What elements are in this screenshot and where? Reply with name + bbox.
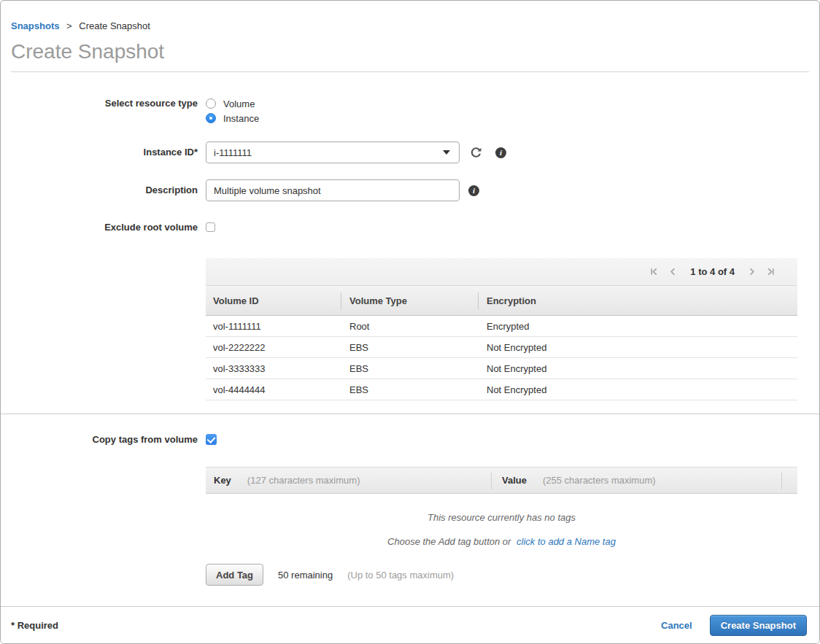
radio-volume-icon[interactable] bbox=[206, 98, 216, 109]
breadcrumb: Snapshots > Create Snapshot bbox=[1, 1, 819, 31]
volumes-table-header: Volume ID Volume Type Encryption bbox=[206, 286, 797, 316]
radio-option-volume[interactable]: Volume bbox=[206, 96, 259, 111]
exclude-root-row: Exclude root volume bbox=[1, 222, 819, 233]
dropdown-caret-icon bbox=[443, 150, 450, 155]
cell-encryption: Not Encrypted bbox=[478, 384, 797, 395]
no-tags-message: This resource currently has no tags bbox=[206, 512, 797, 523]
cell-volume-type: Root bbox=[341, 321, 478, 332]
page-title: Create Snapshot bbox=[11, 41, 809, 72]
exclude-root-checkbox[interactable] bbox=[206, 222, 215, 232]
resource-type-radio-group: Volume Instance bbox=[206, 96, 259, 125]
pagination-prev-icon[interactable] bbox=[668, 267, 678, 276]
tags-actions-column-header bbox=[781, 468, 797, 493]
copy-tags-row: Copy tags from volume bbox=[1, 434, 819, 445]
breadcrumb-current: Create Snapshot bbox=[79, 20, 150, 31]
column-header-volume-id: Volume ID bbox=[206, 286, 341, 315]
cell-volume-id: vol-2222222 bbox=[206, 342, 341, 353]
tags-remaining-count: 50 remaining bbox=[278, 570, 333, 581]
cell-volume-type: EBS bbox=[341, 384, 478, 395]
cell-volume-id: vol-1111111 bbox=[206, 321, 341, 332]
value-header-hint: (255 characters maximum) bbox=[543, 475, 656, 486]
resource-type-row: Select resource type Volume Instance bbox=[1, 96, 819, 125]
key-header-hint: (127 characters maximum) bbox=[247, 475, 360, 486]
tags-value-column-header: Value (255 characters maximum) bbox=[491, 468, 781, 493]
add-tag-hint: Choose the Add tag button or click to ad… bbox=[206, 536, 797, 547]
cell-encryption: Not Encrypted bbox=[478, 342, 797, 353]
section-divider bbox=[1, 414, 819, 414]
add-tag-row: Add Tag 50 remaining (Up to 50 tags maxi… bbox=[206, 564, 819, 586]
column-header-volume-type: Volume Type bbox=[341, 286, 478, 315]
exclude-root-label: Exclude root volume bbox=[11, 222, 198, 233]
tags-key-column-header: Key (127 characters maximum) bbox=[206, 468, 491, 493]
pagination-range-text: 1 to 4 of 4 bbox=[690, 266, 735, 277]
add-name-tag-link[interactable]: click to add a Name tag bbox=[517, 536, 616, 547]
radio-volume-label: Volume bbox=[223, 98, 255, 109]
pagination-first-icon[interactable] bbox=[649, 267, 659, 276]
cancel-button[interactable]: Cancel bbox=[661, 620, 692, 631]
instance-id-value: i-1111111 bbox=[214, 147, 252, 158]
description-info-icon[interactable]: i bbox=[468, 179, 479, 201]
footer-actions: Cancel Create Snapshot bbox=[661, 615, 807, 636]
breadcrumb-separator: > bbox=[66, 20, 72, 31]
cell-volume-id: vol-3333333 bbox=[206, 363, 341, 374]
instance-id-info-icon[interactable]: i bbox=[495, 141, 506, 163]
pagination-last-icon[interactable] bbox=[766, 267, 775, 276]
radio-instance-icon[interactable] bbox=[206, 113, 216, 123]
column-header-encryption: Encryption bbox=[478, 286, 797, 315]
tags-table-header: Key (127 characters maximum) Value (255 … bbox=[206, 467, 797, 494]
create-snapshot-page: Snapshots > Create Snapshot Create Snaps… bbox=[0, 0, 820, 644]
volumes-table: 1 to 4 of 4 Volume ID Volume Type Encryp… bbox=[206, 258, 797, 400]
cell-volume-id: vol-4444444 bbox=[206, 384, 341, 395]
tags-max-hint: (Up to 50 tags maximum) bbox=[347, 570, 454, 581]
add-tag-hint-prefix: Choose the Add tag button or bbox=[387, 536, 511, 547]
volumes-pagination-bar: 1 to 4 of 4 bbox=[206, 258, 797, 286]
required-note: * Required bbox=[11, 620, 58, 631]
description-row: Description i bbox=[1, 179, 819, 201]
copy-tags-label: Copy tags from volume bbox=[11, 434, 198, 445]
breadcrumb-snapshots-link[interactable]: Snapshots bbox=[11, 20, 59, 31]
value-header-label: Value bbox=[502, 475, 527, 486]
cell-volume-type: EBS bbox=[341, 342, 478, 353]
radio-instance-label: Instance bbox=[223, 113, 259, 124]
table-row: vol-2222222 EBS Not Encrypted bbox=[206, 337, 797, 358]
table-row: vol-4444444 EBS Not Encrypted bbox=[206, 379, 797, 400]
pagination-next-icon[interactable] bbox=[747, 267, 757, 276]
refresh-icon[interactable] bbox=[470, 141, 482, 163]
instance-id-label: Instance ID* bbox=[11, 141, 198, 163]
instance-id-row: Instance ID* i-1111111 i bbox=[1, 141, 819, 163]
tags-empty-state: This resource currently has no tags Choo… bbox=[206, 512, 797, 547]
footer-bar: * Required Cancel Create Snapshot bbox=[1, 606, 819, 643]
copy-tags-checkbox[interactable] bbox=[206, 434, 217, 445]
create-snapshot-button[interactable]: Create Snapshot bbox=[710, 615, 807, 636]
add-tag-button[interactable]: Add Tag bbox=[206, 564, 263, 586]
key-header-label: Key bbox=[214, 475, 231, 486]
cell-encryption: Encrypted bbox=[478, 321, 797, 332]
table-row: vol-1111111 Root Encrypted bbox=[206, 316, 797, 337]
description-label: Description bbox=[11, 179, 198, 201]
cell-encryption: Not Encrypted bbox=[478, 363, 797, 374]
description-input[interactable] bbox=[206, 179, 460, 201]
table-row: vol-3333333 EBS Not Encrypted bbox=[206, 358, 797, 379]
resource-type-label: Select resource type bbox=[11, 96, 198, 111]
cell-volume-type: EBS bbox=[341, 363, 478, 374]
instance-id-select[interactable]: i-1111111 bbox=[206, 141, 460, 163]
radio-option-instance[interactable]: Instance bbox=[206, 111, 259, 125]
